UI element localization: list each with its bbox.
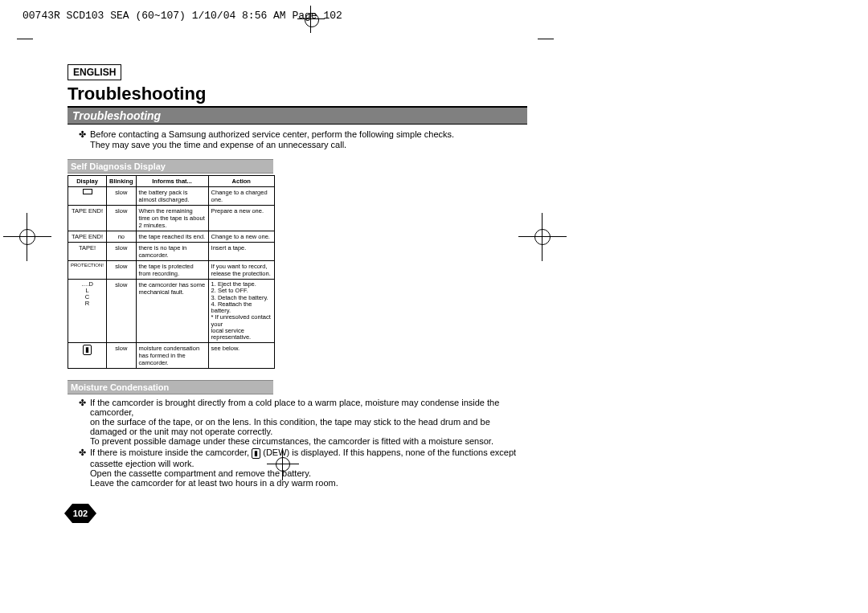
table-row: ▮ slow moisture condensation has formed …: [68, 343, 275, 369]
registration-mark-left: [3, 213, 51, 261]
crop-mark: [17, 39, 33, 39]
cell-display: ▮: [68, 343, 107, 369]
col-informs: Informs that...: [136, 176, 208, 187]
cell-blinking: slow: [107, 261, 137, 280]
page-number-badge: 102: [64, 502, 524, 525]
cell-display: TAPE END!: [68, 206, 107, 231]
moisture-condensation-text: ✤ If the camcorder is brought directly f…: [79, 398, 527, 488]
cell-action: see below.: [208, 343, 274, 369]
cell-display: TAPE!: [68, 243, 107, 261]
cell-informs: When the remaining time on the tape is a…: [136, 206, 208, 231]
moisture-condensation-heading: Moisture Condensation: [68, 380, 273, 394]
self-diagnosis-table: Display Blinking Informs that... Action …: [68, 175, 275, 369]
bullet-icon: ✤: [79, 398, 90, 446]
cell-blinking: slow: [107, 343, 137, 369]
cell-action: Change to a new one.: [208, 231, 274, 243]
cell-display: TAPE END!: [68, 231, 107, 243]
bullet-icon: ✤: [79, 129, 90, 140]
col-blinking: Blinking: [107, 176, 137, 187]
table-row: TAPE END! slow When the remaining time o…: [68, 206, 275, 231]
cell-informs: the battery pack is almost discharged.: [136, 187, 208, 206]
table-row: slow the battery pack is almost discharg…: [68, 187, 275, 206]
cell-blinking: slow: [107, 187, 137, 206]
cell-action: Prepare a new one.: [208, 206, 274, 231]
cell-informs: moisture condensation has formed in the …: [136, 343, 208, 369]
intro-line-1: Before contacting a Samsung authorized s…: [90, 129, 454, 139]
cell-display: ….D L C R: [68, 280, 107, 343]
language-label: ENGLISH: [68, 64, 121, 80]
col-display: Display: [68, 176, 107, 187]
cell-informs: the tape is protected from recording.: [136, 261, 208, 280]
page-title: Troubleshooting: [68, 84, 527, 104]
cell-action: Change to a charged one.: [208, 187, 274, 206]
col-action: Action: [208, 176, 274, 187]
cell-informs: the camcorder has some mechanical fault.: [136, 280, 208, 343]
print-header: 00743R SCD103 SEA (60~107) 1/10/04 8:56 …: [23, 10, 342, 22]
intro-text: ✤Before contacting a Samsung authorized …: [79, 129, 527, 149]
dew-icon: ▮: [252, 448, 260, 459]
mc-paragraph-1: If the camcorder is brought directly fro…: [90, 398, 527, 446]
cell-blinking: slow: [107, 280, 137, 343]
cell-action: 1. Eject the tape. 2. Set to OFF. 3. Det…: [208, 280, 274, 343]
page-number: 102: [73, 509, 88, 518]
cell-action: If you want to record, release the prote…: [208, 261, 274, 280]
section-title-bar: Troubleshooting: [68, 106, 527, 125]
bullet-icon: ✤: [79, 447, 90, 488]
cell-informs: there is no tape in camcorder.: [136, 243, 208, 261]
cell-blinking: no: [107, 231, 137, 243]
cell-blinking: slow: [107, 206, 137, 231]
table-row: ….D L C R slow the camcorder has some me…: [68, 280, 275, 343]
table-row: TAPE END! no the tape reached its end. C…: [68, 231, 275, 243]
table-row: TAPE! slow there is no tape in camcorder…: [68, 243, 275, 261]
cell-blinking: slow: [107, 243, 137, 261]
cell-informs: the tape reached its end.: [136, 231, 208, 243]
mc-paragraph-2: If there is moisture inside the camcorde…: [90, 447, 527, 488]
manual-page: ENGLISH Troubleshooting Troubleshooting …: [68, 64, 527, 525]
table-row: PROTECTION! slow the tape is protected f…: [68, 261, 275, 280]
dew-icon: ▮: [83, 345, 92, 355]
registration-mark-top: [297, 6, 325, 33]
self-diagnosis-heading: Self Diagnosis Display: [68, 159, 273, 174]
cell-action: Insert a tape.: [208, 243, 274, 261]
intro-line-2: They may save you the time and expense o…: [90, 140, 346, 149]
cell-display: PROTECTION!: [68, 261, 107, 280]
cell-display: [68, 187, 107, 206]
crop-mark: [538, 39, 554, 39]
